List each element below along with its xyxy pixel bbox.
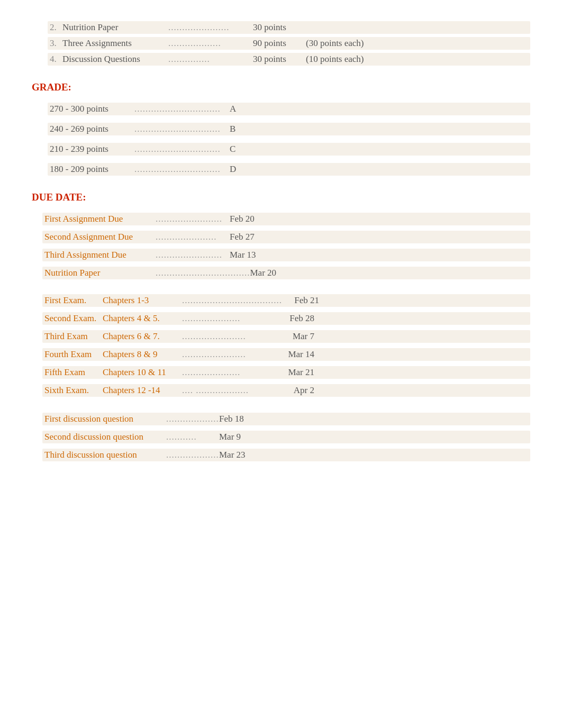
exam-date: Mar 21 — [277, 367, 314, 378]
exam-name: Third Exam — [44, 331, 103, 342]
discussion-list: First discussion question ..............… — [42, 413, 530, 461]
exam-chapters: Chapters 6 & 7. — [103, 331, 182, 342]
due-dots: ........................ — [156, 214, 230, 224]
item-number: 2. — [50, 22, 62, 33]
due-date: Feb 20 — [230, 214, 255, 224]
grade-range: 180 - 209 points — [50, 164, 134, 175]
item-number: 3. — [50, 38, 62, 49]
exam-name: Fifth Exam — [44, 367, 103, 378]
discussion-item: Third discussion question ..............… — [42, 449, 530, 461]
exam-chapters: Chapters 8 & 9 — [103, 349, 182, 360]
grade-table: 270 - 300 points .......................… — [48, 103, 530, 176]
grade-row: 240 - 269 points .......................… — [48, 123, 530, 135]
grade-range: 210 - 239 points — [50, 144, 134, 154]
grade-dots: ............................... — [134, 164, 230, 175]
grade-row: 180 - 209 points .......................… — [48, 163, 530, 176]
due-dots: .................................. — [156, 268, 250, 278]
item-label: Three Assignments — [62, 38, 168, 49]
exam-date: Mar 7 — [277, 331, 314, 342]
item-label: Nutrition Paper — [62, 22, 168, 33]
exam-dots: ....................... — [182, 331, 277, 342]
grade-letter: D — [230, 164, 236, 175]
item-each: (30 points each) — [306, 38, 364, 49]
exam-list: First Exam. Chapters 1-3 ...............… — [42, 294, 530, 397]
item-dots: ............... — [168, 54, 253, 65]
due-label: Third Assignment Due — [44, 250, 156, 260]
due-date: Mar 20 — [250, 268, 277, 278]
grade-heading: GRADE: — [32, 81, 530, 93]
exam-name: Second Exam. — [44, 313, 103, 324]
discussion-item: Second discussion question ........... M… — [42, 431, 530, 443]
exam-dots: ....................... — [182, 349, 277, 360]
exam-date: Apr 2 — [277, 385, 314, 396]
item-dots: ...................... — [168, 22, 253, 33]
exam-item: Third Exam Chapters 6 & 7. .............… — [42, 330, 530, 343]
exam-chapters: Chapters 10 & 11 — [103, 367, 182, 378]
exam-dots: ..................... — [182, 367, 277, 378]
discussion-dots: ........... — [166, 432, 219, 442]
grade-section: GRADE: 270 - 300 points ................… — [32, 81, 530, 176]
grade-dots: ............................... — [134, 124, 230, 134]
grade-range: 270 - 300 points — [50, 104, 134, 114]
grade-row: 210 - 239 points .......................… — [48, 143, 530, 156]
due-date-heading: DUE DATE: — [32, 192, 530, 203]
discussion-dots: ................... — [166, 414, 219, 424]
grade-letter: C — [230, 144, 235, 154]
item-each: (10 points each) — [306, 54, 364, 65]
due-item: Second Assignment Due ..................… — [42, 231, 530, 243]
discussion-label: First discussion question — [44, 414, 166, 424]
due-label: Nutrition Paper — [44, 268, 156, 278]
list-item: 4. Discussion Questions ............... … — [48, 53, 530, 66]
exam-name: Sixth Exam. — [44, 385, 103, 396]
numbered-items-section: 2. Nutrition Paper .....................… — [48, 21, 530, 66]
grade-letter: A — [230, 104, 236, 114]
grade-dots: ............................... — [134, 104, 230, 114]
due-date: Feb 27 — [230, 232, 255, 242]
exam-date: Mar 14 — [277, 349, 314, 360]
grade-range: 240 - 269 points — [50, 124, 134, 134]
exam-item: First Exam. Chapters 1-3 ...............… — [42, 294, 530, 307]
due-label: Second Assignment Due — [44, 232, 156, 242]
exam-name: First Exam. — [44, 295, 103, 306]
exam-dots: .................................... — [182, 295, 282, 306]
item-label: Discussion Questions — [62, 54, 168, 65]
exam-dots: .... ................... — [182, 385, 277, 396]
exam-chapters: Chapters 12 -14 — [103, 385, 182, 396]
due-item: First Assignment Due ...................… — [42, 213, 530, 225]
due-item: Third Assignment Due ...................… — [42, 249, 530, 261]
discussion-date: Mar 23 — [219, 450, 246, 460]
item-points: 30 points — [253, 54, 306, 65]
list-item: 3. Three Assignments ...................… — [48, 37, 530, 50]
exam-item: Sixth Exam. Chapters 12 -14 .... .......… — [42, 384, 530, 397]
discussion-date: Feb 18 — [219, 414, 244, 424]
item-points: 90 points — [253, 38, 306, 49]
discussion-date: Mar 9 — [219, 432, 241, 442]
grade-dots: ............................... — [134, 144, 230, 154]
item-dots: ................... — [168, 38, 253, 49]
exam-item: Second Exam. Chapters 4 & 5. ...........… — [42, 312, 530, 325]
due-item: Nutrition Paper ........................… — [42, 267, 530, 279]
discussion-item: First discussion question ..............… — [42, 413, 530, 425]
due-date-list: First Assignment Due ...................… — [42, 213, 530, 279]
exam-dots: ..................... — [182, 313, 277, 324]
exam-name: Fourth Exam — [44, 349, 103, 360]
due-dots: ...................... — [156, 232, 230, 242]
list-item: 2. Nutrition Paper .....................… — [48, 21, 530, 34]
exam-date: Feb 21 — [282, 295, 319, 306]
exam-item: Fourth Exam Chapters 8 & 9 .............… — [42, 348, 530, 361]
exam-date: Feb 28 — [277, 313, 314, 324]
discussion-label: Third discussion question — [44, 450, 166, 460]
exam-chapters: Chapters 4 & 5. — [103, 313, 182, 324]
exam-chapters: Chapters 1-3 — [103, 295, 182, 306]
item-points: 30 points — [253, 22, 306, 33]
due-date-section: DUE DATE: First Assignment Due .........… — [32, 192, 530, 461]
discussion-dots: ................... — [166, 450, 219, 460]
item-number: 4. — [50, 54, 62, 65]
discussion-label: Second discussion question — [44, 432, 166, 442]
due-dots: ........................ — [156, 250, 230, 260]
grade-letter: B — [230, 124, 235, 134]
grade-row: 270 - 300 points .......................… — [48, 103, 530, 115]
exam-item: Fifth Exam Chapters 10 & 11 ............… — [42, 366, 530, 379]
due-label: First Assignment Due — [44, 214, 156, 224]
due-date: Mar 13 — [230, 250, 256, 260]
